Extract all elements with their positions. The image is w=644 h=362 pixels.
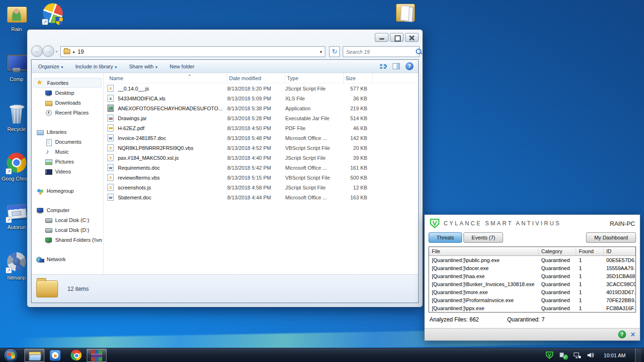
sidebar-item-videos[interactable]: Videos xyxy=(32,166,103,176)
threat-row[interactable]: [Quarantined:]\ProformaInvoice.exe Quara… xyxy=(429,296,636,304)
shortcut-arrow-icon xyxy=(6,168,12,174)
sidebar-item-recent-places[interactable]: Recent Places xyxy=(32,107,103,117)
file-size: 12 KB xyxy=(344,185,373,190)
search-input[interactable] xyxy=(343,49,416,55)
file-row[interactable]: H-62EZ.pdf 8/13/2018 4:50 PM PDF File 46… xyxy=(104,123,418,133)
help-button[interactable]: ? xyxy=(405,62,413,70)
file-date: 8/13/2018 5:09 PM xyxy=(227,96,285,101)
threat-row[interactable]: [Quarantined:]\docer.exe Quarantined 1 1… xyxy=(429,264,636,272)
sidebar-item-downloads[interactable]: Downloads xyxy=(32,98,103,107)
sidebar-item-pictures[interactable]: Pictures xyxy=(32,156,103,166)
file-row[interactable]: Requirements.doc 8/13/2018 5:42 PM Micro… xyxy=(104,163,418,173)
sidebar-item-shared-folders[interactable]: Shared Folders (\\vn xyxy=(32,235,103,245)
volume-icon[interactable] xyxy=(586,351,594,359)
file-row[interactable]: screenshots.js 8/13/2018 4:58 PM JScript… xyxy=(104,182,418,192)
threat-row[interactable]: [Quarantined:]\more.exe Quarantined 1 40… xyxy=(429,288,636,296)
file-row[interactable]: reviewofterms.vbs 8/13/2018 5:15 PM VBSc… xyxy=(104,173,418,182)
file-size: 36 KB xyxy=(344,96,373,101)
help-icon[interactable]: ? xyxy=(618,330,626,338)
start-button[interactable] xyxy=(4,348,18,362)
file-row[interactable]: Statement.doc 8/13/2018 4:44 PM Microsof… xyxy=(104,192,418,202)
organize-button[interactable]: Organize xyxy=(38,64,63,69)
tab-threats[interactable]: Threats xyxy=(429,232,462,243)
change-view-button[interactable]: ▾ xyxy=(380,64,387,69)
cylance-logo-icon xyxy=(429,218,440,229)
recycle-bin-icon xyxy=(5,103,28,125)
column-header-type[interactable]: Type xyxy=(285,73,344,83)
desktop-icon-antivirus-shortcut[interactable] xyxy=(38,3,68,26)
forward-button[interactable]: → xyxy=(42,45,54,57)
history-dropdown-icon[interactable]: ▾ xyxy=(56,49,58,54)
desktop-icon-user-folder[interactable]: Rain xyxy=(1,3,32,33)
include-in-library-button[interactable]: Include in library xyxy=(75,64,117,69)
file-row[interactable]: Invoice-2481857.doc 8/13/2018 5:48 PM Mi… xyxy=(104,133,418,143)
search-icon[interactable] xyxy=(416,49,422,55)
column-category[interactable]: Category xyxy=(538,247,576,255)
network-icon[interactable] xyxy=(573,351,581,359)
file-row[interactable]: __0.14.0__.js 8/13/2018 5:20 PM JScript … xyxy=(104,83,418,93)
my-dashboard-button[interactable]: My Dashboard xyxy=(586,232,636,243)
column-header-size[interactable]: Size xyxy=(344,73,373,83)
minimize-button[interactable] xyxy=(375,33,388,42)
desktop-icon-folder[interactable] xyxy=(389,1,420,25)
taskbar-clock[interactable]: 10:01 AM xyxy=(600,353,629,358)
file-row[interactable]: NQR8KLP8NRRR2FR5I9Q0.vbs 8/13/2018 4:52 … xyxy=(104,143,418,153)
search-box[interactable] xyxy=(343,46,420,57)
taskbar-chrome-button[interactable] xyxy=(66,349,86,362)
file-icon xyxy=(107,154,114,161)
file-date: 8/13/2018 5:38 PM xyxy=(227,106,285,111)
taskbar-media-player-button[interactable] xyxy=(45,349,65,362)
taskbar-winrar-button[interactable] xyxy=(87,349,107,362)
address-bar[interactable]: ▸ 19 ▾ xyxy=(60,46,325,57)
file-size: 20 KB xyxy=(344,145,373,151)
sidebar-item-homegroup[interactable]: Homegroup xyxy=(32,186,103,196)
sidebar-item-music[interactable]: Music xyxy=(32,147,103,156)
address-dropdown-icon[interactable]: ▾ xyxy=(320,49,322,54)
column-header-name[interactable]: Name xyxy=(107,73,227,83)
column-id[interactable]: ID xyxy=(603,247,636,255)
sidebar-item-favorites[interactable]: Favorites xyxy=(33,78,102,88)
threat-row[interactable]: [Quarantined:]\Bunker_Invoices_130818.ex… xyxy=(429,280,636,288)
file-date: 8/13/2018 5:28 PM xyxy=(227,115,285,121)
share-with-button[interactable]: Share with xyxy=(129,64,157,69)
cylance-tray-icon[interactable] xyxy=(545,351,553,359)
threat-row[interactable]: [Quarantined:]\haa.exe Quarantined 1 35D… xyxy=(429,272,636,280)
show-desktop-button[interactable] xyxy=(635,348,641,362)
back-button[interactable]: ← xyxy=(31,45,43,57)
sidebar-item-network[interactable]: Network xyxy=(32,254,103,264)
new-folder-button[interactable]: New folder xyxy=(170,64,195,69)
tab-events[interactable]: Events (7) xyxy=(463,232,503,243)
sidebar-item-computer[interactable]: Computer xyxy=(32,205,103,215)
file-icon xyxy=(107,164,114,171)
shortcut-arrow-icon xyxy=(42,19,48,25)
file-row[interactable]: ANEXOFOTOSFECHAYHORADESUFOTO... 8/13/201… xyxy=(104,103,418,113)
sidebar-item-local-disk-d[interactable]: Local Disk (D:) xyxy=(32,225,103,235)
analyzed-files-count: Analyzed Files: 662 xyxy=(429,316,479,323)
file-row[interactable]: Drawings.jar 8/13/2018 5:28 PM Executabl… xyxy=(104,113,418,123)
file-date: 8/13/2018 5:20 PM xyxy=(227,86,285,91)
preview-pane-button[interactable] xyxy=(393,63,400,69)
close-button[interactable] xyxy=(405,33,419,42)
file-row[interactable]: 54334MODIFICA.xls 8/13/2018 5:09 PM XLS … xyxy=(104,93,418,103)
threat-row[interactable]: [Quarantined:]\ppx.exe Quarantined 1 FC8… xyxy=(429,304,636,312)
shared-folder-icon xyxy=(45,236,52,244)
file-row[interactable]: pax.#184_MAKC500.xsl.js 8/13/2018 4:40 P… xyxy=(104,153,418,163)
threat-row[interactable]: [Quarantined:]\public.png.exe Quarantine… xyxy=(429,256,636,264)
file-type: VBScript Script File xyxy=(285,145,344,151)
breadcrumb[interactable]: 19 xyxy=(78,49,84,55)
column-header-date[interactable]: Date modified xyxy=(227,73,285,83)
sidebar-item-documents[interactable]: Documents xyxy=(32,137,103,147)
threat-file: [Quarantined:]\public.png.exe xyxy=(429,257,538,263)
column-file[interactable]: File xyxy=(429,247,538,255)
maximize-button[interactable] xyxy=(390,33,404,42)
sidebar-item-local-disk-c[interactable]: Local Disk (C:) xyxy=(32,215,103,225)
taskbar-explorer-button[interactable] xyxy=(25,349,44,362)
sidebar-item-desktop[interactable]: Desktop xyxy=(32,88,103,98)
refresh-button[interactable]: ↻ xyxy=(329,46,340,57)
explorer-titlebar[interactable] xyxy=(27,30,422,45)
usb-device-icon[interactable]: ✓ xyxy=(559,351,567,359)
column-found[interactable]: Found xyxy=(576,247,603,255)
sidebar-item-libraries[interactable]: Libraries xyxy=(32,127,103,137)
close-icon[interactable]: × xyxy=(631,331,635,338)
file-type: JScript Script File xyxy=(285,185,344,190)
